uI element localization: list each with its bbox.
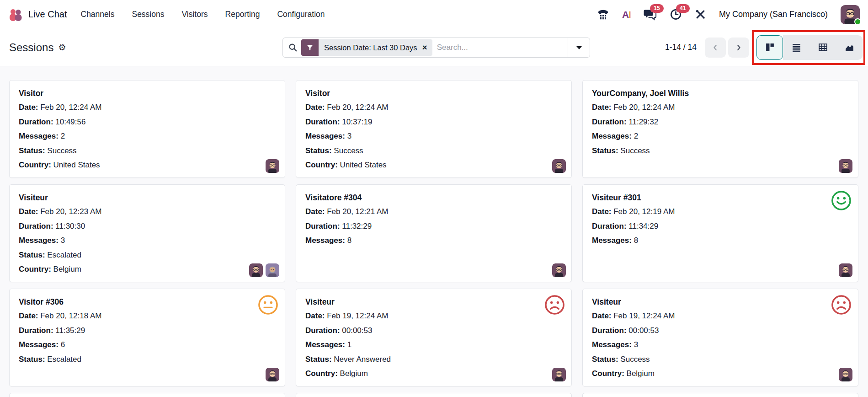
card-fields: Date: Feb 19, 12:24 AMDuration: 00:00:53… (592, 309, 849, 381)
card-avatars (839, 263, 852, 277)
session-card[interactable]: Visiteur Date: Feb 19, 12:24 AMDuration:… (296, 289, 572, 386)
card-field-country: Country: Belgium (305, 366, 562, 381)
facet-remove-icon[interactable]: × (419, 39, 432, 56)
agent-avatar (266, 159, 279, 173)
softphone-icon[interactable] (597, 8, 609, 21)
session-card-partial[interactable] (9, 393, 285, 397)
menu-visitors[interactable]: Visitors (181, 10, 208, 19)
card-field-date: Date: Feb 19, 12:24 AM (305, 309, 562, 323)
menu-configuration[interactable]: Configuration (277, 10, 325, 19)
session-card[interactable]: Visiteur #301 Date: Feb 20, 12:19 AMDura… (582, 184, 858, 282)
card-field-status: Status: Success (592, 352, 849, 367)
view-graph-button[interactable] (836, 35, 863, 60)
card-field-country: Country: United States (305, 158, 562, 172)
session-card[interactable]: YourCompany, Joel Willis Date: Feb 20, 1… (582, 80, 858, 178)
agent-avatar (839, 263, 852, 277)
card-field-date: Date: Feb 20, 12:23 AM (19, 204, 276, 219)
search-facet[interactable]: Session Date: Last 30 Days × (301, 39, 432, 56)
card-fields: Date: Feb 20, 12:23 AMDuration: 11:30:30… (19, 204, 276, 277)
top-navbar: Live Chat Channels Sessions Visitors Rep… (0, 0, 868, 29)
card-field-status: Status: Success (305, 144, 562, 158)
card-avatars (552, 368, 566, 381)
session-card-partial[interactable] (296, 393, 572, 397)
card-field-messages: Messages: 3 (19, 233, 276, 248)
live-chat-logo (8, 7, 23, 22)
card-avatars (266, 159, 279, 173)
card-title: Visiteur #301 (592, 191, 849, 204)
main-menu: Channels Sessions Visitors Reporting Con… (81, 10, 325, 19)
view-pivot-button[interactable] (809, 35, 836, 60)
session-card[interactable]: Visitor #306 Date: Feb 20, 12:18 AMDurat… (9, 289, 285, 386)
card-fields: Date: Feb 20, 12:19 AMDuration: 11:34:29… (592, 204, 849, 248)
pager-counter: 1-14 / 14 (665, 43, 697, 52)
card-field-messages: Messages: 6 (19, 338, 276, 352)
chevron-right-icon (735, 43, 743, 52)
card-field-duration: Duration: 11:35:29 (19, 323, 276, 338)
kanban-view-icon (765, 42, 775, 53)
card-title: Visiteur (19, 191, 276, 204)
card-avatars (839, 368, 852, 381)
menu-channels[interactable]: Channels (81, 10, 115, 19)
card-field-date: Date: Feb 20, 12:19 AM (592, 204, 849, 219)
search-input[interactable] (432, 43, 568, 52)
messages-badge: 15 (650, 4, 664, 13)
search-dropdown-toggle[interactable] (568, 38, 590, 57)
agent-avatar (552, 263, 566, 277)
agent-avatar (249, 263, 263, 277)
search-bar[interactable]: Session Date: Last 30 Days × (282, 38, 590, 58)
card-fields: Date: Feb 19, 12:24 AMDuration: 00:00:53… (305, 309, 562, 381)
app-brand[interactable]: Live Chat (8, 7, 67, 22)
user-avatar[interactable] (841, 5, 860, 24)
company-switcher[interactable]: My Company (San Francisco) (719, 10, 828, 19)
filter-icon (301, 39, 319, 56)
session-card-partial[interactable] (582, 393, 858, 397)
card-field-messages: Messages: 8 (592, 233, 849, 248)
card-field-country: Country: United States (19, 158, 276, 172)
agent-avatar (266, 368, 279, 381)
pivot-view-icon (818, 42, 828, 53)
card-field-duration: Duration: 11:29:32 (592, 115, 849, 129)
session-card[interactable]: Visitor Date: Feb 20, 12:24 AMDuration: … (9, 80, 285, 178)
messages-icon[interactable]: 15 (644, 8, 657, 21)
activities-icon[interactable]: 41 (670, 8, 682, 21)
card-field-messages: Messages: 8 (305, 233, 562, 248)
agent-avatar (266, 263, 279, 277)
card-fields: Date: Feb 20, 12:24 AMDuration: 11:29:32… (592, 100, 849, 158)
session-card[interactable]: Visitor Date: Feb 20, 12:24 AMDuration: … (296, 80, 572, 178)
tools-icon[interactable] (695, 9, 706, 20)
list-view-icon (791, 42, 802, 53)
agent-avatar (839, 159, 852, 173)
search-icon (288, 43, 298, 52)
session-card[interactable]: Visitatore #304 Date: Feb 20, 12:21 AMDu… (296, 184, 572, 282)
card-avatars (552, 263, 566, 277)
card-title: Visitatore #304 (305, 191, 562, 204)
card-title: Visitor (305, 86, 562, 100)
pager-next-button[interactable] (728, 38, 749, 58)
session-card[interactable]: Visiteur Date: Feb 19, 12:24 AMDuration:… (582, 289, 858, 386)
ai-icon[interactable]: AI (622, 9, 631, 20)
card-field-status: Status: Success (19, 144, 276, 158)
view-list-button[interactable] (783, 35, 809, 60)
card-avatars (839, 159, 852, 173)
view-kanban-button[interactable] (756, 35, 783, 60)
card-field-status: Status: Never Answered (305, 352, 562, 367)
card-avatars (552, 159, 566, 173)
card-title: Visitor #306 (19, 295, 276, 309)
menu-reporting[interactable]: Reporting (225, 10, 260, 19)
ai-letter-a: A (622, 9, 628, 20)
card-title: YourCompany, Joel Willis (592, 86, 849, 100)
card-title: Visitor (19, 86, 276, 100)
session-card[interactable]: Visiteur Date: Feb 20, 12:23 AMDuration:… (9, 184, 285, 282)
agent-avatar (552, 159, 566, 173)
card-field-date: Date: Feb 20, 12:24 AM (19, 100, 276, 115)
card-fields: Date: Feb 20, 12:21 AMDuration: 11:32:29… (305, 204, 562, 248)
menu-sessions[interactable]: Sessions (132, 10, 164, 19)
online-status-dot (854, 18, 861, 25)
card-avatars (249, 263, 279, 277)
gear-icon[interactable]: ⚙ (58, 42, 66, 53)
card-field-date: Date: Feb 20, 12:24 AM (305, 100, 562, 115)
card-field-duration: Duration: 11:30:30 (19, 219, 276, 234)
page-title: Sessions (9, 41, 53, 54)
pager-previous-button[interactable] (705, 38, 726, 58)
card-field-duration: Duration: 10:49:56 (19, 115, 276, 129)
